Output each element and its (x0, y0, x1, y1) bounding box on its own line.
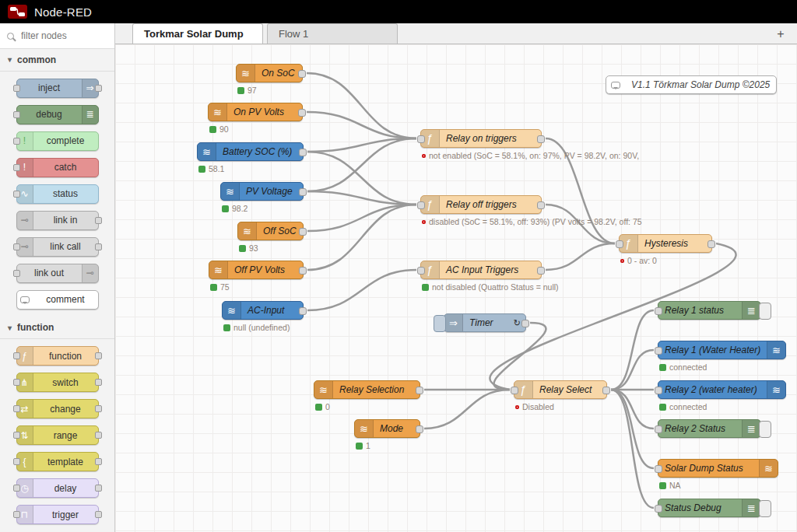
input-port[interactable] (655, 347, 662, 355)
palette-node-complete[interactable]: ! complete (16, 131, 99, 151)
palette-node-link-in[interactable]: ⊸ link in (16, 211, 99, 230)
palette-node-function[interactable]: ƒ function (16, 346, 99, 366)
debug-toggle-button[interactable] (759, 421, 771, 438)
output-port[interactable] (299, 307, 307, 315)
output-port[interactable] (299, 149, 307, 156)
status-ring-red (515, 405, 519, 409)
palette-node-debug[interactable]: debug ≣ (16, 105, 99, 124)
victron-wave-icon: ≋ (209, 261, 228, 278)
flow-node-ac-input[interactable]: ≋ AC-Input (222, 301, 304, 320)
port (13, 164, 20, 171)
wire[interactable] (307, 205, 416, 231)
flow-node-timer[interactable]: ⇒ Timer ↻ (444, 313, 526, 332)
add-flow-button[interactable]: + (772, 26, 789, 43)
node-label: Mode (374, 423, 420, 434)
wire[interactable] (611, 390, 654, 429)
tab-flow-1[interactable]: Flow 1 (267, 23, 398, 44)
victron-wave-icon: ≋ (221, 183, 240, 200)
flow-node-battery-soc[interactable]: ≋ Battery SOC (%) (197, 142, 304, 161)
flow-node-off-pv-volts[interactable]: ≋ Off PV Volts (209, 261, 304, 279)
palette-node-trigger[interactable]: ⊓ trigger (16, 505, 99, 524)
input-port[interactable] (417, 267, 425, 275)
node-label: On PV Volts (227, 107, 302, 117)
debug-toggle-button[interactable] (759, 500, 771, 517)
output-port[interactable] (299, 228, 307, 236)
link-icon: ⊸ (82, 264, 98, 282)
input-port[interactable] (655, 505, 662, 513)
palette-node-template[interactable]: { template (16, 452, 99, 471)
input-port[interactable] (511, 387, 518, 394)
flow-node-mode[interactable]: ≋ Mode (354, 419, 420, 438)
palette-section-common[interactable]: ▾ common (0, 49, 114, 71)
flow-node-ac-input-triggers[interactable]: ƒ AC Input Triggers (420, 261, 542, 279)
port (13, 379, 20, 386)
palette-node-range[interactable]: ⇅ range (16, 425, 99, 445)
palette-section-function[interactable]: ▾ function (0, 317, 114, 339)
wire[interactable] (307, 270, 416, 310)
output-port[interactable] (299, 188, 307, 196)
wire[interactable] (424, 390, 510, 429)
input-port[interactable] (655, 465, 662, 473)
palette-node-status[interactable]: ∿ status (16, 184, 99, 204)
flow-node-on-soc[interactable]: ≋ On SoC (236, 64, 303, 82)
wire[interactable] (307, 152, 416, 205)
flow-node-solar-dump-status[interactable]: Solar Dump Status ≋ (658, 459, 778, 478)
palette-node-link-call[interactable]: ⊸ link call (16, 237, 99, 257)
input-port[interactable] (616, 240, 623, 248)
flow-node-relay-2-water-heater[interactable]: Relay 2 (water heater) ≋ (658, 380, 786, 399)
flow-node-relay-1-status[interactable]: Relay 1 status ≣ (658, 301, 761, 320)
wire[interactable] (307, 138, 416, 191)
port (13, 485, 20, 492)
palette-node-link-out[interactable]: link out ⊸ (16, 264, 99, 283)
input-port[interactable] (655, 387, 662, 394)
node-label: AC-Input (241, 305, 303, 316)
debug-toggle-button[interactable] (759, 303, 771, 320)
wire[interactable] (611, 390, 654, 468)
flow-canvas[interactable]: V1.1 Törkmar Solar Dump ©2025 ≋ On SoC 9… (115, 44, 797, 532)
flow-node-relay-off-triggers[interactable]: ƒ Relay off triggers (420, 195, 542, 214)
wire[interactable] (546, 243, 615, 270)
flow-node-status-debug[interactable]: Status Debug ≣ (658, 499, 761, 517)
palette-search-input[interactable] (19, 30, 107, 42)
flow-node-relay-1-water-heater[interactable]: Relay 1 (Water Heater) ≋ (658, 341, 786, 359)
flow-node-relay-select[interactable]: ƒ Relay Select (514, 380, 607, 399)
input-port[interactable] (655, 425, 662, 433)
palette-node-delay[interactable]: ◷ delay (16, 478, 99, 498)
palette-node-change[interactable]: ⇄ change (16, 399, 99, 418)
flow-node-relay-selection[interactable]: ≋ Relay Selection (314, 380, 420, 399)
palette-node-switch[interactable]: ⋔ switch (16, 373, 99, 392)
wire[interactable] (307, 73, 416, 138)
wire[interactable] (611, 350, 654, 390)
output-port[interactable] (298, 70, 306, 78)
output-port[interactable] (537, 201, 545, 209)
port (95, 379, 102, 386)
flow-node-off-soc[interactable]: ≋ Off SoC (237, 222, 304, 240)
palette-node-inject[interactable]: inject ⇒ (16, 79, 99, 98)
output-port[interactable] (537, 135, 545, 143)
input-port[interactable] (417, 135, 425, 143)
comment-node[interactable]: V1.1 Törkmar Solar Dump ©2025 (606, 75, 777, 94)
wire[interactable] (307, 112, 416, 138)
output-port[interactable] (416, 425, 423, 433)
output-port[interactable] (416, 387, 423, 394)
input-port[interactable] (655, 307, 662, 315)
flow-node-relay-on-triggers[interactable]: ƒ Relay on triggers (420, 129, 542, 148)
palette-node-catch[interactable]: ! catch (16, 158, 99, 177)
palette-node-comment[interactable]: comment (16, 290, 99, 310)
victron-wave-icon: ≋ (767, 381, 785, 398)
flow-node-relay-2-status[interactable]: Relay 2 Status ≣ (658, 419, 761, 438)
input-port[interactable] (417, 201, 425, 209)
victron-wave-icon: ≋ (237, 65, 255, 82)
output-port[interactable] (707, 240, 715, 248)
output-port[interactable] (298, 109, 306, 117)
flow-node-pv-voltage[interactable]: ≋ PV Voltage (220, 182, 304, 201)
wire[interactable] (307, 205, 416, 270)
inject-button[interactable] (434, 315, 446, 332)
flow-node-on-pv-volts[interactable]: ≋ On PV Volts (208, 103, 303, 121)
output-port[interactable] (602, 387, 610, 394)
output-port[interactable] (521, 320, 529, 327)
output-port[interactable] (537, 267, 545, 275)
tab-torkmar-solar-dump[interactable]: Torkmar Solar Dump (132, 23, 263, 44)
flow-node-hysteresis[interactable]: ƒ Hysteresis (619, 234, 712, 253)
output-port[interactable] (299, 267, 307, 275)
